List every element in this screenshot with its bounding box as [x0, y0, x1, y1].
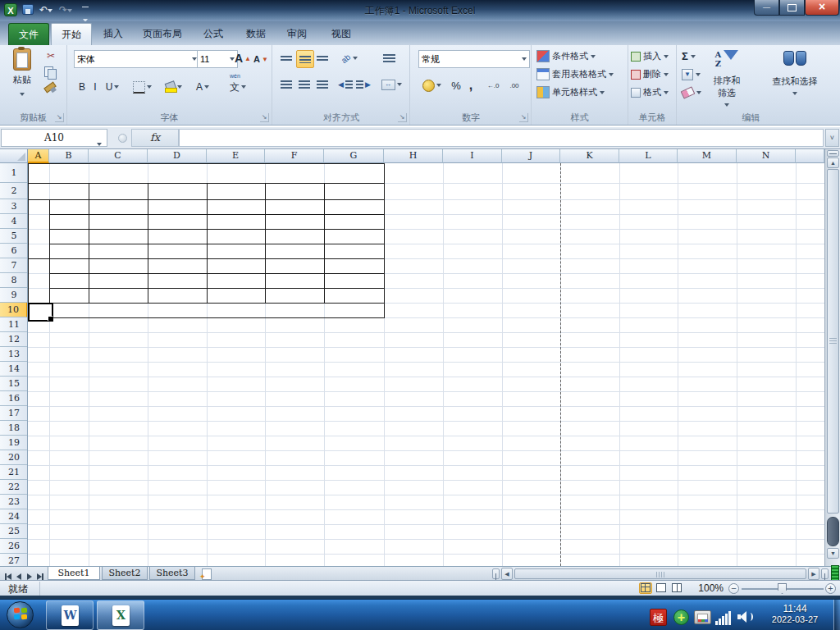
- font-size-combo[interactable]: 11: [197, 50, 238, 68]
- decrease-decimal-icon[interactable]: .00: [504, 76, 524, 94]
- page-layout-view-icon[interactable]: [655, 582, 668, 594]
- decrease-indent-icon[interactable]: ◀: [337, 76, 354, 93]
- split-box-horizontal[interactable]: [492, 568, 500, 579]
- row-header-19[interactable]: 19: [0, 436, 28, 450]
- bold-button[interactable]: B: [75, 78, 89, 96]
- tab-开始[interactable]: 开始: [51, 23, 92, 46]
- taskbar-clock[interactable]: 11:44 2022-03-27: [759, 603, 831, 624]
- column-header-G[interactable]: G: [324, 149, 384, 163]
- scroll-up-icon[interactable]: ▲: [827, 158, 839, 168]
- wrap-text-icon[interactable]: [378, 50, 399, 66]
- row-header-11[interactable]: 11: [0, 317, 28, 332]
- tab-页面布局[interactable]: 页面布局: [133, 23, 192, 45]
- row-header-16[interactable]: 16: [0, 391, 28, 406]
- ime-tray-icon[interactable]: 極: [650, 609, 667, 626]
- conditional-formatting-button[interactable]: 条件格式: [536, 48, 596, 64]
- merge-center-button[interactable]: ↔: [378, 76, 404, 93]
- tab-审阅[interactable]: 审阅: [277, 23, 317, 45]
- column-header-K[interactable]: K: [560, 149, 619, 163]
- format-as-table-button[interactable]: 套用表格格式: [536, 66, 614, 82]
- find-select-button[interactable]: 查找和选择: [769, 48, 821, 107]
- show-desktop-button[interactable]: [833, 600, 840, 630]
- vertical-scrollbar[interactable]: ▲ ▼: [824, 149, 840, 566]
- tab-视图[interactable]: 视图: [322, 23, 361, 45]
- zoom-out-icon[interactable]: −: [728, 583, 739, 594]
- scroll-left-icon[interactable]: ◀: [501, 568, 513, 580]
- start-button[interactable]: [7, 601, 34, 628]
- row-header-18[interactable]: 18: [0, 421, 28, 436]
- align-middle-icon[interactable]: [296, 50, 314, 68]
- row-header-5[interactable]: 5: [0, 229, 28, 244]
- first-sheet-icon[interactable]: [3, 568, 13, 579]
- row-header-1[interactable]: 1: [0, 163, 28, 183]
- antivirus-tray-icon[interactable]: +: [673, 609, 689, 625]
- minimize-window-button[interactable]: —: [754, 0, 779, 16]
- align-bottom-icon[interactable]: [314, 50, 331, 66]
- select-all-corner[interactable]: [0, 149, 28, 163]
- next-sheet-icon[interactable]: [25, 568, 34, 579]
- last-sheet-icon[interactable]: [35, 568, 45, 579]
- insert-cells-button[interactable]: 插入: [631, 48, 669, 64]
- row-header-20[interactable]: 20: [0, 450, 28, 465]
- underline-button[interactable]: U: [102, 78, 123, 96]
- increase-decimal-icon[interactable]: ←.0: [483, 76, 503, 94]
- row-header-2[interactable]: 2: [0, 183, 28, 199]
- row-header-24[interactable]: 24: [0, 509, 28, 524]
- align-left-icon[interactable]: [278, 76, 294, 93]
- cell-styles-button[interactable]: 单元格样式: [536, 84, 605, 100]
- clear-button[interactable]: [682, 84, 701, 100]
- expand-formula-bar-icon[interactable]: ˅: [825, 129, 839, 147]
- column-header-A[interactable]: A: [28, 149, 49, 163]
- row-header-14[interactable]: 14: [0, 362, 28, 377]
- fill-handle[interactable]: [48, 316, 52, 321]
- number-dialog-launcher-icon[interactable]: ↘: [519, 113, 528, 122]
- prev-sheet-icon[interactable]: [14, 568, 24, 579]
- zoom-level[interactable]: 100%: [691, 582, 724, 594]
- align-top-icon[interactable]: [278, 50, 294, 66]
- row-header-10[interactable]: 10: [0, 303, 28, 317]
- comma-style-icon[interactable]: ,: [465, 76, 477, 94]
- taskbar-word-button[interactable]: W: [46, 600, 94, 630]
- fill-color-button[interactable]: [161, 78, 185, 96]
- font-dialog-launcher-icon[interactable]: ↘: [260, 113, 269, 122]
- volume-icon[interactable]: [737, 610, 752, 623]
- resize-grip[interactable]: [831, 565, 839, 581]
- row-header-23[interactable]: 23: [0, 495, 28, 509]
- name-box-resize-dot[interactable]: [118, 134, 127, 143]
- undo-icon[interactable]: ↶: [38, 3, 54, 16]
- column-header-C[interactable]: C: [89, 149, 148, 163]
- excel-app-icon[interactable]: X: [4, 3, 17, 16]
- increase-indent-icon[interactable]: ▶: [355, 76, 372, 93]
- column-header-J[interactable]: J: [502, 149, 560, 163]
- column-header-F[interactable]: F: [265, 149, 324, 163]
- format-painter-icon[interactable]: [43, 83, 59, 96]
- column-header-E[interactable]: E: [207, 149, 265, 163]
- row-header-12[interactable]: 12: [0, 332, 28, 347]
- number-format-combo[interactable]: 常规: [418, 50, 530, 68]
- row-header-17[interactable]: 17: [0, 406, 28, 421]
- maximize-window-button[interactable]: [779, 0, 805, 16]
- fill-button[interactable]: ▼: [682, 66, 701, 82]
- row-header-9[interactable]: 9: [0, 288, 28, 303]
- column-header-D[interactable]: D: [148, 149, 207, 163]
- autosum-button[interactable]: Σ: [682, 48, 696, 64]
- row-header-7[interactable]: 7: [0, 258, 28, 273]
- sheet-tab-Sheet2[interactable]: Sheet2: [102, 567, 148, 580]
- column-header-I[interactable]: I: [443, 149, 502, 163]
- font-name-combo[interactable]: 宋体: [74, 50, 200, 68]
- copy-icon[interactable]: [44, 66, 57, 78]
- sheet-tab-Sheet3[interactable]: Sheet3: [149, 567, 195, 580]
- column-header-L[interactable]: L: [619, 149, 678, 163]
- insert-worksheet-icon[interactable]: ✦: [199, 568, 214, 579]
- row-header-21[interactable]: 21: [0, 465, 28, 480]
- row-header-27[interactable]: 27: [0, 554, 28, 566]
- alignment-dialog-launcher-icon[interactable]: ↘: [398, 113, 407, 122]
- sheet-tab-Sheet1[interactable]: Sheet1: [48, 567, 100, 580]
- italic-button[interactable]: I: [90, 78, 100, 96]
- row-header-8[interactable]: 8: [0, 273, 28, 288]
- row-header-13[interactable]: 13: [0, 347, 28, 362]
- align-center-icon[interactable]: [296, 76, 313, 93]
- shrink-font-button[interactable]: A▼: [253, 52, 269, 66]
- column-header-B[interactable]: B: [49, 149, 89, 163]
- clipboard-dialog-launcher-icon[interactable]: ↘: [55, 113, 64, 122]
